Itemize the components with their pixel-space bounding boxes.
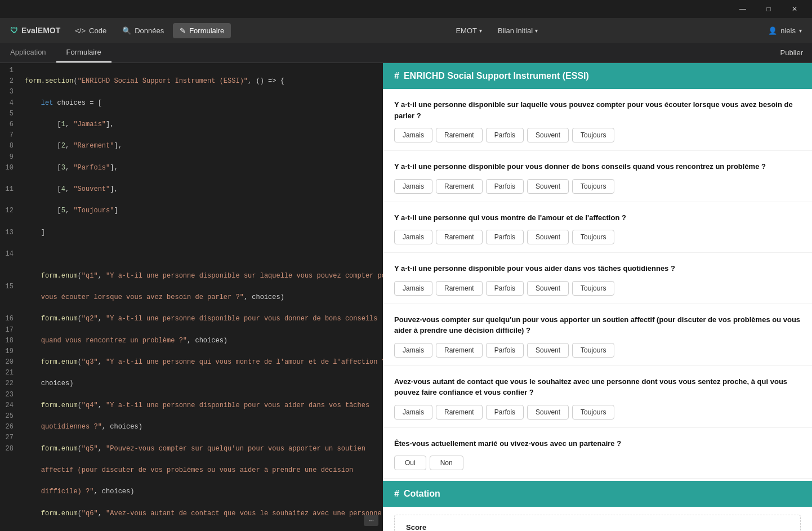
edit-icon: ✎ bbox=[180, 26, 186, 35]
question-5-choices: Jamais Rarement Parfois Souvent Toujours bbox=[394, 343, 801, 358]
question-2-text: Y a-t-il une personne disponible pour vo… bbox=[394, 161, 801, 172]
data-tab-button[interactable]: 🔍 Données bbox=[115, 23, 171, 38]
question-6-text: Avez-vous autant de contact que vous le … bbox=[394, 376, 801, 398]
close-button[interactable]: ✕ bbox=[782, 0, 807, 18]
choice-rarement-2[interactable]: Rarement bbox=[436, 179, 483, 194]
score-block: Score Non disponible... bbox=[394, 515, 801, 531]
choice-toujours-3[interactable]: Toujours bbox=[572, 230, 614, 244]
form-tab-button[interactable]: ✎ Formulaire bbox=[173, 23, 231, 38]
choice-toujours-4[interactable]: Toujours bbox=[572, 281, 614, 296]
choice-jamais-2[interactable]: Jamais bbox=[394, 179, 432, 194]
question-5: Pouvez-vous compter sur quelqu'un pour v… bbox=[383, 304, 812, 366]
chevron-down-icon: ▾ bbox=[479, 28, 482, 34]
choice-jamais-5[interactable]: Jamais bbox=[394, 343, 432, 358]
sub-tabs: Application Formulaire Publier bbox=[0, 43, 812, 63]
question-7: Êtes-vous actuellement marié ou vivez-vo… bbox=[383, 428, 812, 479]
choice-rarement-6[interactable]: Rarement bbox=[436, 405, 483, 420]
section-title: ENRICHD Social Support Instrument (ESSI) bbox=[404, 71, 589, 81]
choice-jamais-3[interactable]: Jamais bbox=[394, 230, 432, 244]
choice-rarement-4[interactable]: Rarement bbox=[436, 281, 483, 296]
choice-jamais-1[interactable]: Jamais bbox=[394, 128, 432, 142]
form-label: Formulaire bbox=[189, 26, 224, 35]
main-content: 12345 678910 1112 1314 151617 1819202122… bbox=[0, 63, 812, 531]
code-editor-footer: ··· bbox=[364, 515, 378, 526]
score-label: Score bbox=[406, 523, 789, 531]
question-2: Y a-t-il une personne disponible pour vo… bbox=[383, 151, 812, 202]
choice-toujours-1[interactable]: Toujours bbox=[572, 128, 614, 142]
choice-jamais-6[interactable]: Jamais bbox=[394, 405, 432, 420]
brand: 🛡 EvalEMOT bbox=[5, 23, 66, 38]
question-3-text: Y a-t-il une personne qui vous montre de… bbox=[394, 212, 801, 224]
question-5-text: Pouvez-vous compter sur quelqu'un pour v… bbox=[394, 314, 801, 336]
main-toolbar: 🛡 EvalEMOT </> Code 🔍 Données ✎ Formulai… bbox=[0, 18, 812, 43]
code-content: form.section("ENRICHD Social Support Ins… bbox=[20, 63, 383, 531]
essi-section-header: # ENRICHD Social Support Instrument (ESS… bbox=[383, 63, 812, 89]
more-button[interactable]: ··· bbox=[364, 515, 378, 526]
choice-souvent-5[interactable]: Souvent bbox=[527, 343, 569, 358]
cotation-section-header: # Cotation bbox=[383, 481, 812, 507]
choice-parfois-3[interactable]: Parfois bbox=[486, 230, 524, 244]
emot-dropdown[interactable]: EMOT ▾ bbox=[450, 24, 488, 38]
application-tab[interactable]: Application bbox=[0, 42, 56, 63]
question-7-text: Êtes-vous actuellement marié ou vivez-vo… bbox=[394, 438, 801, 449]
chevron-down-icon-3: ▾ bbox=[799, 28, 802, 34]
question-6-choices: Jamais Rarement Parfois Souvent Toujours bbox=[394, 405, 801, 420]
bilan-dropdown[interactable]: Bilan initial ▾ bbox=[492, 24, 543, 38]
question-6: Avez-vous autant de contact que vous le … bbox=[383, 366, 812, 428]
code-label: Code bbox=[89, 26, 106, 35]
user-label: niels bbox=[780, 26, 796, 35]
choice-parfois-6[interactable]: Parfois bbox=[486, 405, 524, 420]
shield-icon: 🛡 bbox=[10, 26, 18, 35]
hash-icon: # bbox=[394, 71, 399, 81]
choice-parfois-1[interactable]: Parfois bbox=[486, 128, 524, 142]
choice-toujours-2[interactable]: Toujours bbox=[572, 179, 614, 194]
choice-toujours-6[interactable]: Toujours bbox=[572, 405, 614, 420]
cotation-hash-icon: # bbox=[394, 489, 399, 499]
choice-parfois-2[interactable]: Parfois bbox=[486, 179, 524, 194]
choice-oui-7[interactable]: Oui bbox=[394, 456, 426, 470]
user-button[interactable]: 👤 niels ▾ bbox=[762, 24, 807, 38]
choice-non-7[interactable]: Non bbox=[430, 456, 463, 470]
choice-souvent-3[interactable]: Souvent bbox=[527, 230, 569, 244]
title-bar: — □ ✕ bbox=[0, 0, 812, 18]
form-preview: # ENRICHD Social Support Instrument (ESS… bbox=[383, 63, 812, 531]
choice-souvent-4[interactable]: Souvent bbox=[527, 281, 569, 296]
question-3: Y a-t-il une personne qui vous montre de… bbox=[383, 202, 812, 253]
choice-toujours-5[interactable]: Toujours bbox=[572, 343, 614, 358]
data-label: Données bbox=[135, 26, 164, 35]
cotation-title: Cotation bbox=[404, 489, 440, 499]
question-1-choices: Jamais Rarement Parfois Souvent Toujours bbox=[394, 128, 801, 142]
code-tab-button[interactable]: </> Code bbox=[68, 23, 113, 38]
maximize-button[interactable]: □ bbox=[756, 0, 782, 18]
toolbar-right: 👤 niels ▾ bbox=[762, 24, 807, 38]
emot-label: EMOT bbox=[456, 26, 477, 35]
formulaire-tab[interactable]: Formulaire bbox=[56, 42, 111, 63]
question-7-choices: Oui Non bbox=[394, 456, 801, 470]
minimize-button[interactable]: — bbox=[730, 0, 756, 18]
brand-label: EvalEMOT bbox=[21, 26, 60, 35]
toolbar-center: EMOT ▾ Bilan initial ▾ bbox=[233, 24, 760, 38]
choice-souvent-6[interactable]: Souvent bbox=[527, 405, 569, 420]
code-editor[interactable]: 12345 678910 1112 1314 151617 1819202122… bbox=[0, 63, 383, 531]
choice-rarement-5[interactable]: Rarement bbox=[436, 343, 483, 358]
code-lines: 12345 678910 1112 1314 151617 1819202122… bbox=[0, 63, 383, 531]
user-icon: 👤 bbox=[768, 26, 777, 35]
line-numbers: 12345 678910 1112 1314 151617 1819202122… bbox=[0, 63, 20, 531]
question-4: Y a-t-il une personne disponible pour vo… bbox=[383, 253, 812, 304]
search-icon: 🔍 bbox=[122, 26, 131, 35]
question-1-text: Y a-t-il une personne disponible sur laq… bbox=[394, 99, 801, 121]
choice-souvent-2[interactable]: Souvent bbox=[527, 179, 569, 194]
publish-button[interactable]: Publier bbox=[771, 42, 812, 63]
choice-rarement-1[interactable]: Rarement bbox=[436, 128, 483, 142]
question-1: Y a-t-il une personne disponible sur laq… bbox=[383, 89, 812, 151]
code-icon: </> bbox=[75, 26, 86, 35]
question-4-choices: Jamais Rarement Parfois Souvent Toujours bbox=[394, 281, 801, 296]
question-3-choices: Jamais Rarement Parfois Souvent Toujours bbox=[394, 230, 801, 244]
question-4-text: Y a-t-il une personne disponible pour vo… bbox=[394, 263, 801, 274]
choice-parfois-4[interactable]: Parfois bbox=[486, 281, 524, 296]
bilan-label: Bilan initial bbox=[498, 26, 533, 35]
choice-souvent-1[interactable]: Souvent bbox=[527, 128, 569, 142]
choice-parfois-5[interactable]: Parfois bbox=[486, 343, 524, 358]
choice-rarement-3[interactable]: Rarement bbox=[436, 230, 483, 244]
choice-jamais-4[interactable]: Jamais bbox=[394, 281, 432, 296]
